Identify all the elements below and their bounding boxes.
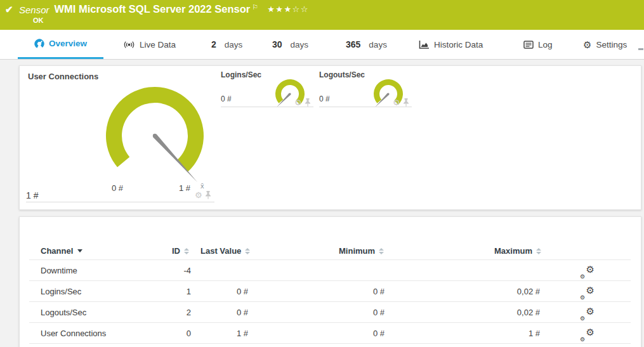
channel-settings-gears-icon[interactable]: ⚙⚙ (579, 329, 595, 342)
cell-minimum: 0 # (324, 308, 384, 317)
cell-last-value: 0 # (191, 287, 248, 296)
tab-historic-data-label: Historic Data (434, 40, 483, 49)
tab-30-days-number: 30 (272, 39, 282, 49)
table-divider (29, 343, 631, 344)
channel-settings-gears-icon[interactable]: ⚙⚙ (579, 308, 595, 321)
tab-overview[interactable]: Overview (18, 30, 103, 59)
sensor-title-row: Sensor WMI Microsoft SQL Server 2022 Sen… (19, 3, 309, 15)
tile-action-icons: ⚙ (294, 98, 311, 107)
column-header-id[interactable]: ID (172, 246, 189, 256)
gauge-scale-min: 0 # (112, 183, 123, 193)
gear-icon: ⚙ (583, 40, 591, 49)
table-divider (29, 322, 631, 323)
user-connections-gauge: x̄ (98, 82, 218, 196)
gauge-user-connections-title: User Connections (28, 72, 98, 81)
cell-channel: Downtime (41, 266, 155, 275)
tab-30-days[interactable]: 30 days (272, 30, 308, 59)
column-header-maximum-label: Maximum (494, 246, 532, 256)
column-header-channel[interactable]: Channel (41, 246, 82, 256)
tab-30-days-unit: days (291, 40, 309, 49)
channel-gear-icon[interactable]: ⚙ (195, 191, 202, 199)
sort-icon (245, 248, 250, 254)
sensor-status-bar: ✔ Sensor WMI Microsoft SQL Server 2022 S… (0, 0, 644, 30)
logins-gauge (270, 76, 310, 114)
cell-id: 0 (147, 329, 191, 338)
channel-settings-gears-icon[interactable]: ⚙⚙ (579, 287, 595, 300)
tab-overview-label: Overview (49, 39, 87, 48)
cell-last-value: 1 # (191, 329, 248, 338)
channels-table-panel: Channel ID Last Value Minimum Maximum Do… (19, 216, 641, 347)
table-divider (29, 259, 631, 260)
tab-bar: Overview Live Data 2 days 30 days 365 da… (0, 30, 644, 60)
tile-action-icons: ⚙ (195, 191, 211, 199)
tab-2-days-unit: days (225, 40, 243, 49)
tab-365-days[interactable]: 365 days (346, 30, 387, 59)
page-title: WMI Microsoft SQL Server 2022 Sensor (55, 3, 251, 15)
cell-id: 1 (147, 287, 191, 296)
area-chart-icon (419, 40, 430, 49)
object-type-label: Sensor (19, 3, 49, 15)
cell-maximum: 1 # (480, 329, 540, 338)
gauge-scale-max: 1 # (179, 183, 190, 193)
flag-icon[interactable]: ⚐ (252, 3, 258, 11)
cell-minimum: 0 # (324, 287, 384, 296)
cell-maximum: 0,02 # (480, 287, 540, 296)
sort-icon (379, 248, 384, 254)
stars-filled: ★★★ (267, 4, 292, 14)
tab-log[interactable]: Log (523, 30, 553, 59)
tab-live-data[interactable]: Live Data (123, 30, 176, 59)
gauges-panel: User Connections x̄ 0 # 1 # 1 # ⚙ Logins… (19, 65, 641, 210)
logins-value: 0 # (221, 95, 232, 103)
tab-overflow-indicator[interactable] (638, 48, 643, 50)
channel-settings-gears-icon[interactable]: ⚙⚙ (579, 266, 595, 279)
channel-gear-icon[interactable]: ⚙ (393, 98, 400, 107)
tab-live-data-label: Live Data (140, 40, 176, 49)
column-header-minimum-label: Minimum (339, 246, 375, 256)
sort-icon (536, 248, 541, 254)
logouts-gauge (368, 76, 409, 114)
column-header-channel-label: Channel (41, 246, 73, 256)
cell-last-value: 0 # (191, 308, 248, 317)
cell-channel: Logouts/Sec (41, 308, 155, 317)
column-header-last-value[interactable]: Last Value (200, 246, 250, 256)
tab-365-days-number: 365 (346, 39, 360, 49)
tab-settings[interactable]: ⚙ Settings (583, 30, 627, 59)
table-divider (29, 301, 631, 302)
cell-maximum: 0,02 # (480, 308, 540, 317)
tile-divider (319, 107, 412, 107)
cell-id: -4 (147, 266, 191, 275)
table-divider (29, 280, 631, 281)
gauge-logouts-title: Logouts/Sec (319, 70, 365, 79)
cell-id: 2 (147, 308, 191, 317)
cell-channel: Logins/Sec (41, 287, 155, 296)
sort-icon (184, 248, 189, 254)
column-header-last-value-label: Last Value (200, 246, 241, 256)
log-list-icon (523, 41, 534, 49)
stars-empty: ☆☆ (292, 4, 309, 14)
tab-historic-data[interactable]: Historic Data (419, 30, 483, 59)
tile-action-icons: ⚙ (393, 98, 409, 107)
column-header-maximum[interactable]: Maximum (494, 246, 541, 256)
gauge-average-marker: x̄ (200, 182, 204, 190)
gauge-logins-title: Logins/Sec (221, 70, 261, 79)
user-connections-value: 1 # (26, 190, 38, 200)
tile-divider (26, 202, 214, 202)
tab-2-days-number: 2 (211, 39, 216, 49)
tile-divider (221, 107, 313, 107)
tab-365-days-unit: days (369, 40, 387, 49)
priority-stars[interactable]: ★★★☆☆ (267, 3, 309, 14)
sort-desc-icon (77, 249, 82, 252)
tab-settings-label: Settings (596, 40, 627, 49)
pin-icon[interactable] (403, 98, 409, 107)
status-badge: OK (33, 16, 44, 24)
logouts-value: 0 # (319, 95, 330, 103)
gauge-icon (34, 39, 44, 49)
pin-icon[interactable] (305, 98, 311, 107)
pin-icon[interactable] (205, 191, 211, 199)
tab-2-days[interactable]: 2 days (211, 30, 242, 59)
channel-gear-icon[interactable]: ⚙ (294, 98, 302, 107)
column-header-minimum[interactable]: Minimum (339, 246, 384, 256)
status-check-icon: ✔ (5, 4, 13, 15)
cell-minimum: 0 # (324, 329, 384, 338)
broadcast-icon (123, 40, 135, 49)
